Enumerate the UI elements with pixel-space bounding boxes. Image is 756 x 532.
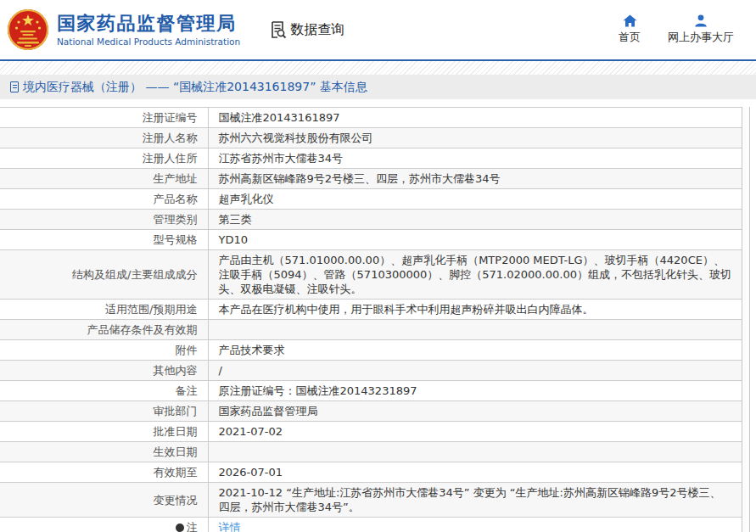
row-label: 注册人住所 — [0, 148, 208, 169]
breadcrumb-text: 境内医疗器械（注册） —— “国械注准20143161897” 基本信息 — [23, 80, 367, 95]
row-label: 注册证编号 — [0, 108, 208, 128]
row-value — [208, 442, 742, 462]
registration-info-table: 注册证编号国械注准20143161897注册人名称苏州六六视觉科技股份有限公司注… — [0, 107, 742, 532]
table-row: 注册人住所江苏省苏州市大儒巷34号 — [0, 148, 742, 169]
national-emblem-logo — [7, 8, 49, 52]
row-label: 产品名称 — [0, 189, 208, 210]
row-value: YD10 — [208, 230, 742, 250]
table-row: 审批部门国家药品监督管理局 — [0, 401, 742, 422]
details-link[interactable]: 详情 — [219, 521, 241, 532]
document-icon — [10, 81, 19, 92]
table-row: 生效日期 — [0, 442, 742, 462]
nav-item-service-hall[interactable]: 网上办事大厅 — [668, 14, 734, 45]
row-value: 2026-07-01 — [208, 462, 742, 483]
striped-band — [0, 61, 756, 75]
nav-item-home[interactable]: 首页 — [619, 14, 641, 45]
row-value: 2021-07-02 — [208, 422, 742, 442]
table-row: 注册人名称苏州六六视觉科技股份有限公司 — [0, 128, 742, 148]
row-label: 生产地址 — [0, 169, 208, 189]
table-row: 产品储存条件及有效期 — [0, 320, 742, 340]
table-row: 附件产品技术要求 — [0, 340, 742, 361]
row-value: 详情 — [208, 518, 742, 532]
registration-info-table-wrap: 注册证编号国械注准20143161897注册人名称苏州六六视觉科技股份有限公司注… — [0, 107, 756, 532]
table-row: 注详情 — [0, 518, 742, 532]
table-row: 型号规格YD10 — [0, 230, 742, 250]
site-header: 国家药品监督管理局 National Medical Products Admi… — [0, 0, 756, 59]
row-value: 苏州高新区锦峰路9号2号楼三、四层，苏州市大儒巷34号 — [208, 169, 742, 189]
row-value: 第三类 — [208, 210, 742, 230]
user-icon — [694, 14, 708, 27]
table-row: 结构及组成/主要组成成分产品由主机（571.01000.00.00）、超声乳化手… — [0, 250, 742, 300]
breadcrumb: 境内医疗器械（注册） —— “国械注准20143161897” 基本信息 — [0, 75, 756, 99]
row-label: 有效期至 — [0, 462, 208, 483]
row-value: / — [208, 361, 742, 381]
row-value: 产品技术要求 — [208, 340, 742, 361]
table-row: 注册证编号国械注准20143161897 — [0, 108, 742, 128]
row-label: 附件 — [0, 340, 208, 361]
home-icon — [623, 14, 637, 27]
row-value: 超声乳化仪 — [208, 189, 742, 210]
row-value: 原注册证编号：国械注准20143231897 — [208, 381, 742, 401]
row-label: 审批部门 — [0, 401, 208, 422]
table-row: 批准日期2021-07-02 — [0, 422, 742, 442]
table-row: 生产地址苏州高新区锦峰路9号2号楼三、四层，苏州市大儒巷34号 — [0, 169, 742, 189]
row-value: 本产品在医疗机构中使用，用于眼科手术中利用超声粉碎并吸出白内障晶体。 — [208, 300, 742, 320]
row-label: 生效日期 — [0, 442, 208, 462]
table-row: 管理类别第三类 — [0, 210, 742, 230]
row-value: 2021-10-12 “生产地址:江苏省苏州市大儒巷34号” 变更为 “生产地址… — [208, 483, 742, 518]
table-row: 变更情况2021-10-12 “生产地址:江苏省苏州市大儒巷34号” 变更为 “… — [0, 483, 742, 518]
comment-balloon-icon — [176, 524, 184, 532]
header-nav: 首页 网上办事大厅 — [619, 14, 756, 45]
table-row: 适用范围/预期用途本产品在医疗机构中使用，用于眼科手术中利用超声粉碎并吸出白内障… — [0, 300, 742, 320]
row-value — [208, 320, 742, 340]
row-value: 江苏省苏州市大儒巷34号 — [208, 148, 742, 169]
row-value: 苏州六六视觉科技股份有限公司 — [208, 128, 742, 148]
nav-service-hall-label: 网上办事大厅 — [668, 30, 734, 45]
row-label: 注 — [0, 518, 208, 532]
vertical-scrollbar[interactable] — [742, 107, 750, 532]
row-label: 结构及组成/主要组成成分 — [0, 250, 208, 300]
row-value: 产品由主机（571.01000.00.00）、超声乳化手柄（MTP2000 ME… — [208, 250, 742, 300]
brand-text: 国家药品监督管理局 National Medical Products Admi… — [57, 13, 240, 47]
nav-home-label: 首页 — [619, 30, 641, 45]
row-value: 国械注准20143161897 — [208, 108, 742, 128]
row-label: 产品储存条件及有效期 — [0, 320, 208, 340]
row-label: 注册人名称 — [0, 128, 208, 148]
site-title: 国家药品监督管理局 — [57, 13, 240, 35]
row-label: 其他内容 — [0, 361, 208, 381]
row-label: 变更情况 — [0, 483, 208, 518]
row-label: 型号规格 — [0, 230, 208, 250]
table-row: 备注原注册证编号：国械注准20143231897 — [0, 381, 742, 401]
section-title: 数据查询 — [267, 20, 344, 40]
section-title-label: 数据查询 — [290, 21, 344, 39]
table-row: 其他内容/ — [0, 361, 742, 381]
row-label: 批准日期 — [0, 422, 208, 442]
row-label: 适用范围/预期用途 — [0, 300, 208, 320]
site-subtitle: National Medical Products Administration — [57, 36, 240, 47]
table-row: 产品名称超声乳化仪 — [0, 189, 742, 210]
table-row: 有效期至2026-07-01 — [0, 462, 742, 483]
data-query-icon — [267, 20, 288, 40]
row-value: 国家药品监督管理局 — [208, 401, 742, 422]
site-brand: 国家药品监督管理局 National Medical Products Admi… — [7, 8, 240, 52]
row-label: 备注 — [0, 381, 208, 401]
row-label: 管理类别 — [0, 210, 208, 230]
